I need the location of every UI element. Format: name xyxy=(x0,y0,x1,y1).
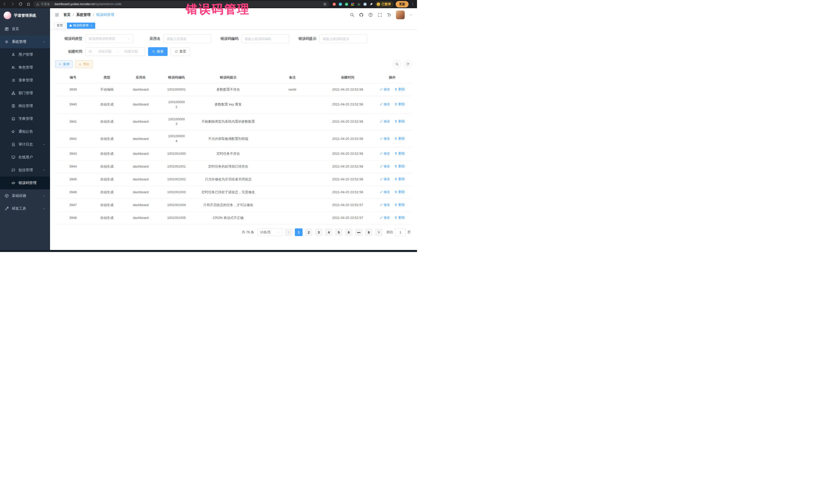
sidebar-item-sms-management[interactable]: 短信管理 xyxy=(0,164,50,177)
edit-link[interactable]: 修改 xyxy=(380,151,390,156)
avatar-caret-down-icon[interactable] xyxy=(409,13,412,17)
browser-menu-kebab-icon[interactable] xyxy=(411,2,414,6)
dark-switch-extension-icon[interactable] xyxy=(357,2,361,6)
page-ellipsis-button[interactable]: ••• xyxy=(355,228,363,236)
fullscreen-icon[interactable] xyxy=(377,13,382,17)
edit-link[interactable]: 修改 xyxy=(380,87,390,92)
teal-circle-extension-icon[interactable] xyxy=(338,2,342,6)
edit-link[interactable]: 修改 xyxy=(380,190,390,194)
delete-link[interactable]: 删除 xyxy=(394,177,405,181)
page-size-select[interactable]: 10条/页 xyxy=(257,228,283,236)
edit-link[interactable]: 修改 xyxy=(380,177,390,181)
search-icon[interactable] xyxy=(350,13,354,17)
font-size-icon[interactable] xyxy=(387,13,391,17)
page-button-1[interactable]: 1 xyxy=(295,228,303,236)
sidebar-item-label: 研发工具 xyxy=(12,206,26,211)
tag-error-code-management[interactable]: 错误码管理 xyxy=(67,23,95,29)
edit-pencil-icon xyxy=(380,203,383,206)
sidebar-item-dict-management[interactable]: 字典管理 xyxy=(0,112,50,125)
home-button-icon[interactable] xyxy=(26,2,30,6)
plus-icon xyxy=(59,63,62,66)
delete-link[interactable]: 删除 xyxy=(394,190,405,194)
color-grid-extension-icon[interactable] xyxy=(351,2,355,6)
error-hint-input[interactable] xyxy=(320,35,367,43)
next-page-button[interactable] xyxy=(375,228,382,236)
export-button[interactable]: 导出 xyxy=(75,60,93,68)
profile-paused-badge[interactable]: 已暂停 xyxy=(375,1,393,7)
calendar-icon xyxy=(89,50,92,53)
prev-page-button[interactable] xyxy=(285,228,292,236)
sidebar-toggle-hamburger-icon[interactable] xyxy=(54,13,59,17)
red-circle-extension-icon[interactable] xyxy=(332,2,336,6)
breadcrumb-item-home[interactable]: 首页 xyxy=(63,13,70,17)
app-logo[interactable]: 芋道管理系统 xyxy=(0,8,50,23)
tag-home[interactable]: 首页 xyxy=(54,23,65,29)
refresh-table-button[interactable] xyxy=(404,60,412,68)
delete-link[interactable]: 删除 xyxy=(394,119,405,124)
error-type-select[interactable]: 请选择错误码类型 xyxy=(85,35,133,43)
edit-link[interactable]: 修改 xyxy=(380,102,390,107)
edit-link[interactable]: 修改 xyxy=(380,136,390,141)
delete-link[interactable]: 删除 xyxy=(394,164,405,169)
delete-link[interactable]: 删除 xyxy=(394,151,405,156)
edit-link[interactable]: 修改 xyxy=(380,164,390,169)
bird-extension-icon[interactable] xyxy=(363,2,367,6)
reload-button-icon[interactable] xyxy=(19,2,23,6)
security-chip[interactable]: 不安全 xyxy=(36,2,50,6)
address-bar[interactable]: 不安全 dashboard.yudao.iocoder.cn/system/er… xyxy=(33,1,330,7)
breadcrumb-item-current[interactable]: 错误码管理 xyxy=(96,13,114,17)
page-button-2[interactable]: 2 xyxy=(305,228,312,236)
back-button-icon[interactable] xyxy=(3,2,7,6)
edit-link[interactable]: 修改 xyxy=(380,119,390,124)
delete-link[interactable]: 删除 xyxy=(394,215,405,220)
search-button[interactable]: 搜索 xyxy=(148,47,168,56)
delete-link[interactable]: 删除 xyxy=(394,87,405,92)
edit-link[interactable]: 修改 xyxy=(380,215,390,220)
sidebar-item-system-management[interactable]: 系统管理 xyxy=(0,36,50,48)
github-icon[interactable] xyxy=(359,13,364,17)
forward-button-icon[interactable] xyxy=(10,2,15,6)
page-button-8[interactable]: 8 xyxy=(365,228,373,236)
emoji-face-icon xyxy=(376,2,380,6)
page-button-6[interactable]: 6 xyxy=(345,228,353,236)
delete-link[interactable]: 删除 xyxy=(394,202,405,207)
sidebar-item-dept-management[interactable]: 部门管理 xyxy=(0,87,50,100)
browser-update-button[interactable]: 更新 xyxy=(396,1,409,7)
page-button-3[interactable]: 3 xyxy=(315,228,323,236)
page-button-4[interactable]: 4 xyxy=(325,228,333,236)
cell-error-code: 1001001002 xyxy=(159,173,194,186)
bookmark-star-icon[interactable] xyxy=(323,2,327,6)
pin-extension-icon[interactable] xyxy=(369,2,373,6)
sidebar-item-online-users[interactable]: 在线用户 xyxy=(0,151,50,164)
delete-link[interactable]: 删除 xyxy=(394,136,405,141)
app-name-input[interactable] xyxy=(163,35,211,43)
breadcrumb-item-system[interactable]: 系统管理 xyxy=(76,13,91,17)
toggle-search-button[interactable] xyxy=(393,60,401,68)
sidebar-item-post-management[interactable]: 岗位管理 xyxy=(0,100,50,112)
question-help-icon[interactable] xyxy=(368,13,373,17)
delete-link[interactable]: 删除 xyxy=(394,102,405,107)
sidebar-item-role-management[interactable]: 角色管理 xyxy=(0,61,50,74)
date-range-picker[interactable]: 开始日期 - 结束日期 xyxy=(85,47,145,56)
error-code-input[interactable] xyxy=(241,35,289,43)
sidebar-item-infrastructure[interactable]: 基础设施 xyxy=(0,190,50,202)
cell-id: 3943 xyxy=(55,147,91,160)
sidebar-item-menu-management[interactable]: 菜单管理 xyxy=(0,74,50,87)
edit-link[interactable]: 修改 xyxy=(380,202,390,207)
sidebar-item-label: 字典管理 xyxy=(19,116,33,121)
sidebar-item-audit-log[interactable]: 审计日志 xyxy=(0,138,50,151)
add-button[interactable]: 新增 xyxy=(55,60,73,68)
sidebar-item-home[interactable]: 首页 xyxy=(0,23,50,36)
code-icon xyxy=(11,181,15,185)
sidebar-item-user-management[interactable]: 用户管理 xyxy=(0,48,50,61)
user-avatar[interactable] xyxy=(396,10,405,19)
goto-page-input[interactable] xyxy=(395,228,406,236)
green-check-extension-icon[interactable] xyxy=(345,2,349,6)
tag-close-icon[interactable] xyxy=(90,24,93,27)
sidebar-item-error-code-management[interactable]: 错误码管理 xyxy=(0,177,50,190)
table-row: 3948 自动生成 dashboard 1001001005 CRON 表达式不… xyxy=(55,212,412,224)
sidebar-item-notice[interactable]: 通知公告 xyxy=(0,125,50,138)
reset-button[interactable]: 重置 xyxy=(171,47,190,56)
sidebar-item-dev-tools[interactable]: 研发工具 xyxy=(0,202,50,215)
page-button-5[interactable]: 5 xyxy=(335,228,343,236)
